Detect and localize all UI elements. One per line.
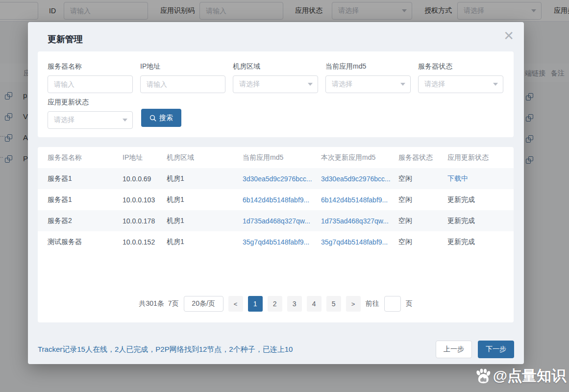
- current-md5-label: 当前应用md5: [325, 62, 411, 71]
- server-status-label: 服务器状态: [418, 62, 503, 71]
- md5-link[interactable]: 1d735ad468q327qw...: [321, 217, 398, 225]
- filter-panel: 服务器名称 IP地址 机房区域 请选择 当前应用md5 请选择 服务器状态 请选…: [38, 51, 514, 137]
- zone-select[interactable]: 请选择: [233, 75, 318, 93]
- goto-label: 前往: [366, 299, 379, 308]
- server-name-label: 服务器名称: [48, 62, 133, 71]
- ip-input[interactable]: [140, 75, 225, 93]
- page-button-2[interactable]: 2: [268, 296, 282, 312]
- update-status-label: 应用更新状态: [48, 98, 133, 107]
- table-header-row: 服务器名称 IP地址 机房区域 当前应用md5 本次更新应用md5 服务器状态 …: [38, 147, 514, 168]
- col-server-name: 服务器名称: [48, 153, 123, 162]
- watermark-text: @点量知识: [493, 366, 566, 386]
- col-zone: 机房区域: [167, 153, 243, 162]
- col-ip: IP地址: [123, 153, 167, 162]
- pagination: 共301条 7页 20条/页 < 1 2 3 4 5 > 前往 页: [38, 296, 514, 312]
- col-server-status: 服务器状态: [398, 153, 447, 162]
- page-size-select[interactable]: 20条/页: [184, 296, 223, 312]
- md5-link[interactable]: 3d30ea5d9c2976bcc...: [321, 175, 398, 183]
- watermark: du @点量知识: [474, 366, 566, 386]
- page-count: 7页: [168, 299, 179, 308]
- update-status-value: 更新完成: [447, 238, 504, 246]
- tracker-status-text: Tracker记录15人在线，2人已完成，P2P网络找到12节点，2个种子，已连…: [38, 345, 293, 354]
- search-button[interactable]: 搜索: [141, 109, 181, 127]
- next-page-button[interactable]: >: [346, 296, 361, 312]
- col-update-status: 应用更新状态: [447, 153, 504, 162]
- server-name-input[interactable]: [48, 75, 133, 93]
- ip-label: IP地址: [140, 62, 225, 71]
- update-status-value: 下载中: [447, 174, 504, 183]
- md5-link[interactable]: 6b142d4b5148fabf9...: [321, 196, 398, 204]
- md5-link[interactable]: 35g7qd4b5148fabf9...: [321, 238, 398, 246]
- page-button-3[interactable]: 3: [287, 296, 302, 312]
- md5-link[interactable]: 35g7qd4b5148fabf9...: [243, 238, 321, 246]
- next-step-button[interactable]: 下一步: [478, 341, 514, 358]
- chevron-down-icon: [308, 83, 313, 86]
- prev-page-button[interactable]: <: [228, 296, 243, 312]
- md5-link[interactable]: 3d30ea5d9c2976bcc...: [243, 175, 321, 183]
- search-icon: [149, 115, 156, 122]
- paw-icon: du: [474, 368, 492, 385]
- col-current-md5: 当前应用md5: [243, 153, 321, 162]
- close-icon[interactable]: ✕: [503, 29, 514, 42]
- table-row[interactable]: 服务器1 10.0.0.103 机房1 6b142d4b5148fabf9...…: [38, 189, 514, 210]
- md5-link[interactable]: 6b142d4b5148fabf9...: [243, 196, 321, 204]
- total-count: 共301条: [139, 299, 164, 308]
- dialog-footer: Tracker记录15人在线，2人已完成，P2P网络找到12节点，2个种子，已连…: [38, 341, 514, 358]
- goto-unit: 页: [406, 299, 413, 308]
- dialog-title: 更新管理: [48, 33, 83, 45]
- page-button-5[interactable]: 5: [326, 296, 341, 312]
- page-button-4[interactable]: 4: [307, 296, 322, 312]
- servers-table: 服务器名称 IP地址 机房区域 当前应用md5 本次更新应用md5 服务器状态 …: [38, 147, 514, 322]
- update-status-value: 更新完成: [447, 196, 504, 204]
- chevron-down-icon: [493, 83, 498, 86]
- update-status-select[interactable]: 请选择: [48, 111, 133, 129]
- previous-step-button[interactable]: 上一步: [436, 341, 472, 358]
- page-button-1[interactable]: 1: [248, 296, 263, 312]
- table-row[interactable]: 服务器1 10.0.0.69 机房1 3d30ea5d9c2976bcc... …: [38, 168, 514, 189]
- md5-link[interactable]: 1d735ad468q327qw...: [243, 217, 321, 225]
- col-new-md5: 本次更新应用md5: [321, 153, 398, 162]
- table-row[interactable]: 测试服务器 10.0.0.152 机房1 35g7qd4b5148fabf9..…: [38, 231, 514, 252]
- update-status-value: 更新完成: [447, 217, 504, 225]
- server-status-select[interactable]: 请选择: [418, 75, 503, 93]
- update-management-dialog: 更新管理 ✕ 服务器名称 IP地址 机房区域 请选择 当前应用md5 请选择 服: [28, 22, 524, 364]
- table-row[interactable]: 服务器2 10.0.0.178 机房1 1d735ad468q327qw... …: [38, 210, 514, 231]
- current-md5-select[interactable]: 请选择: [325, 75, 411, 93]
- zone-label: 机房区域: [233, 62, 318, 71]
- chevron-down-icon: [400, 83, 405, 86]
- goto-page-input[interactable]: [384, 296, 401, 312]
- chevron-down-icon: [123, 119, 127, 122]
- svg-text:du: du: [480, 376, 486, 382]
